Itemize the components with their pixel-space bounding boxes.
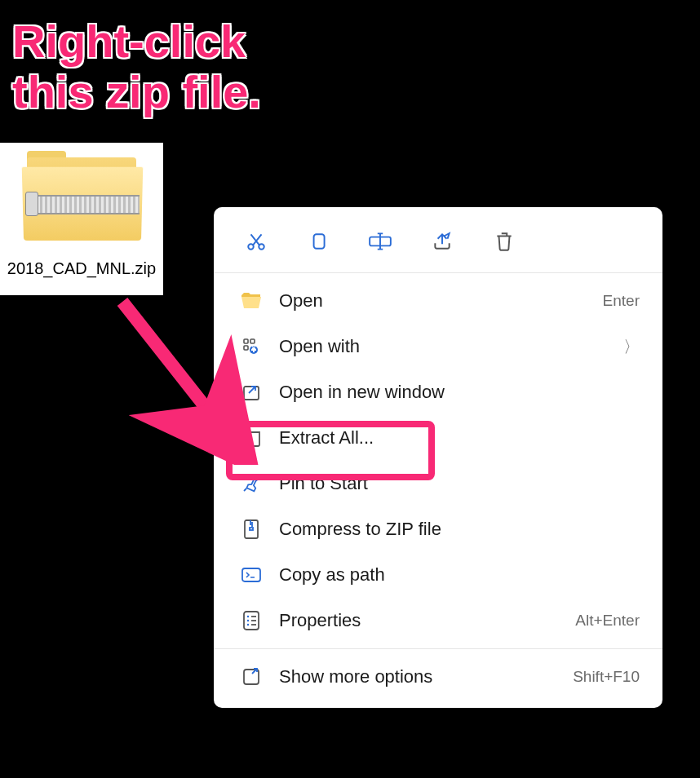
menu-shortcut: Shift+F10	[573, 668, 640, 686]
menu-divider	[214, 648, 662, 649]
share-icon[interactable]	[429, 228, 455, 254]
zip-folder-icon	[20, 151, 143, 249]
menu-item-copy-path[interactable]: Copy as path	[214, 552, 662, 598]
svg-point-17	[247, 616, 249, 617]
open-with-icon	[238, 334, 264, 360]
svg-rect-13	[245, 520, 258, 538]
menu-label: Compress to ZIP file	[279, 519, 640, 540]
properties-icon	[238, 608, 264, 634]
svg-point-2	[259, 244, 264, 250]
svg-rect-14	[250, 528, 253, 530]
instruction-annotation: Right-click this zip file.	[12, 16, 261, 117]
cut-icon[interactable]	[243, 228, 269, 254]
svg-rect-10	[244, 387, 259, 400]
folder-open-icon	[238, 288, 264, 314]
svg-point-18	[247, 620, 249, 621]
menu-label: Show more options	[279, 666, 573, 687]
annotation-line1: Right-click	[12, 15, 246, 67]
menu-label: Copy as path	[279, 564, 640, 586]
chevron-right-icon: 〉	[623, 336, 640, 358]
menu-label: Open	[279, 290, 603, 312]
svg-point-19	[247, 624, 249, 625]
menu-label: Properties	[279, 610, 575, 631]
new-window-icon	[238, 379, 264, 405]
menu-shortcut: Alt+Enter	[575, 612, 640, 630]
menu-item-open-with[interactable]: Open with 〉	[214, 324, 662, 369]
svg-line-0	[122, 302, 228, 436]
svg-line-12	[244, 488, 246, 491]
menu-item-show-more[interactable]: Show more options Shift+F10	[214, 654, 662, 700]
zip-file-item[interactable]: 2018_CAD_MNL.zip	[0, 143, 163, 295]
rename-icon[interactable]	[367, 228, 393, 254]
copy-path-icon	[238, 562, 264, 588]
menu-item-open-new-window[interactable]: Open in new window	[214, 369, 662, 415]
menu-item-extract-all[interactable]: Extract All...	[214, 415, 662, 461]
svg-rect-7	[250, 339, 255, 343]
menu-label: Open with	[279, 336, 623, 357]
context-toolbar	[214, 215, 662, 267]
context-menu: Open Enter Open with 〉 Open in new windo…	[214, 207, 662, 708]
menu-label: Open in new window	[279, 382, 640, 403]
svg-rect-6	[244, 339, 248, 343]
menu-label: Extract All...	[279, 427, 640, 449]
menu-label: Pin to Start	[279, 473, 640, 494]
menu-item-properties[interactable]: Properties Alt+Enter	[214, 598, 662, 643]
copy-icon[interactable]	[305, 228, 331, 254]
extract-all-icon	[238, 425, 264, 451]
file-name-label: 2018_CAD_MNL.zip	[4, 259, 159, 279]
svg-rect-15	[242, 568, 260, 581]
svg-rect-3	[314, 234, 325, 248]
menu-item-pin-to-start[interactable]: Pin to Start	[214, 461, 662, 506]
pin-icon	[238, 471, 264, 497]
show-more-icon	[238, 664, 264, 690]
svg-point-1	[248, 244, 254, 250]
menu-item-compress-zip[interactable]: Compress to ZIP file	[214, 506, 662, 552]
compress-zip-icon	[238, 516, 264, 542]
annotation-line2: this zip file.	[12, 66, 261, 117]
menu-divider	[214, 272, 662, 273]
delete-icon[interactable]	[491, 228, 517, 254]
menu-shortcut: Enter	[603, 292, 640, 310]
menu-item-open[interactable]: Open Enter	[214, 278, 662, 324]
svg-rect-8	[244, 346, 248, 350]
